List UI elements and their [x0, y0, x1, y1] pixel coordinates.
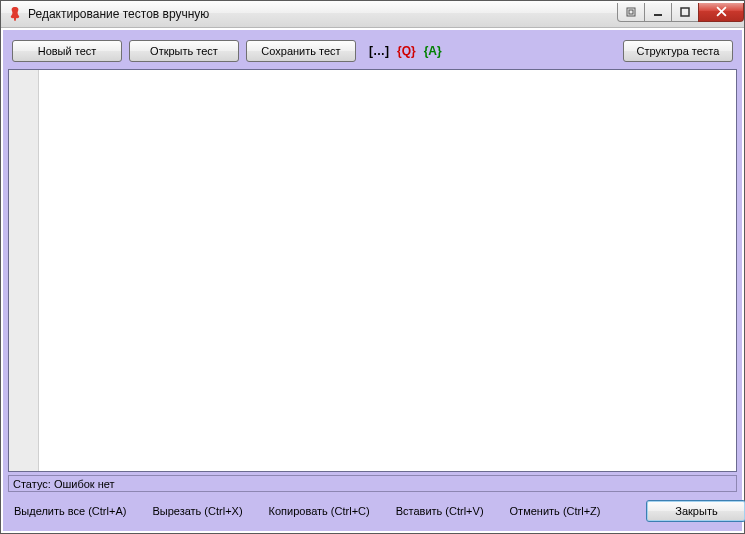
window-title: Редактирование тестов вручную — [28, 7, 209, 21]
bottom-toolbar: Выделить все (Ctrl+A) Вырезать (Ctrl+X) … — [8, 492, 737, 526]
insert-ellipsis-token[interactable]: […] — [369, 44, 389, 58]
select-all-button[interactable]: Выделить все (Ctrl+A) — [12, 502, 128, 520]
insert-a-token[interactable]: {A} — [424, 44, 442, 58]
new-test-button[interactable]: Новый тест — [12, 40, 122, 62]
window-frame: Редактирование тестов вручную Новый тест… — [0, 0, 745, 534]
toolbar: Новый тест Открыть тест Сохранить тест [… — [8, 35, 737, 69]
titlebar-extra-button[interactable] — [617, 3, 645, 22]
svg-rect-1 — [629, 10, 633, 14]
editor-panel — [8, 69, 737, 472]
test-structure-button[interactable]: Структура теста — [623, 40, 733, 62]
svg-rect-0 — [627, 8, 635, 16]
editor-textarea[interactable] — [39, 70, 736, 471]
svg-rect-2 — [654, 14, 662, 16]
titlebar[interactable]: Редактирование тестов вручную — [1, 1, 744, 28]
app-icon — [7, 6, 23, 22]
status-text: Статус: Ошибок нет — [13, 478, 115, 490]
close-button[interactable] — [698, 3, 744, 22]
close-dialog-button[interactable]: Закрыть — [646, 500, 745, 522]
status-bar: Статус: Ошибок нет — [8, 475, 737, 492]
open-test-button[interactable]: Открыть тест — [129, 40, 239, 62]
cut-button[interactable]: Вырезать (Ctrl+X) — [150, 502, 244, 520]
undo-button[interactable]: Отменить (Ctrl+Z) — [508, 502, 603, 520]
editor-gutter — [9, 70, 39, 471]
minimize-button[interactable] — [644, 3, 672, 22]
insert-q-token[interactable]: {Q} — [397, 44, 416, 58]
client-area: Новый тест Открыть тест Сохранить тест [… — [2, 29, 743, 532]
maximize-button[interactable] — [671, 3, 699, 22]
insert-token-group: […] {Q} {A} — [369, 44, 442, 58]
svg-rect-3 — [681, 8, 689, 16]
save-test-button[interactable]: Сохранить тест — [246, 40, 356, 62]
paste-button[interactable]: Вставить (Ctrl+V) — [394, 502, 486, 520]
copy-button[interactable]: Копировать (Ctrl+C) — [267, 502, 372, 520]
titlebar-buttons — [618, 3, 744, 22]
